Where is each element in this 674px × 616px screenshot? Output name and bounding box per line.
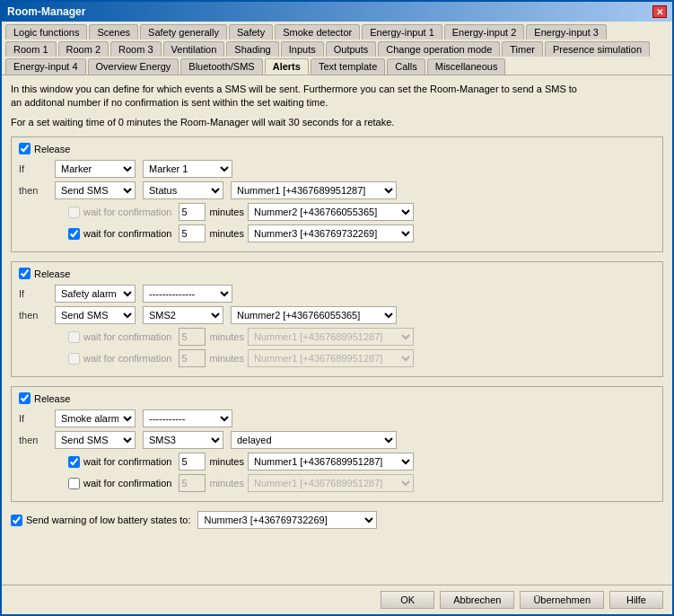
tab-logic-functions[interactable]: Logic functions (5, 24, 87, 40)
section3-wait1-value[interactable] (179, 453, 206, 471)
section2-wait1-row: wait for confirmation minutes Nummer1 [+… (19, 328, 655, 346)
battery-row: Send warning of low battery states to: N… (11, 511, 663, 529)
section3-then-row: then Send SMS SMS3 delayed (19, 431, 655, 449)
section3-release-checkbox[interactable] (19, 392, 31, 404)
tab-row-1: Logic functions Scenes Safety generally … (2, 24, 672, 40)
section2-release-checkbox[interactable] (19, 268, 31, 279)
window-title: Room-Manager (7, 5, 85, 18)
tab-text-template[interactable]: Text template (311, 58, 385, 75)
section1-wait1-number[interactable]: Nummer2 [+436766055365] (248, 203, 414, 221)
tab-safety-generally[interactable]: Safety generally (140, 24, 227, 40)
section1-then-select1[interactable]: Send SMS (55, 181, 136, 199)
footer: OK Abbrechen Übernehmen Hilfe (2, 585, 672, 614)
tab-ventilation[interactable]: Ventilation (163, 41, 225, 57)
tab-room-1[interactable]: Room 1 (5, 41, 57, 57)
section2-wait2-checkbox[interactable] (68, 353, 80, 365)
tab-change-operation-mode[interactable]: Change operation mode (378, 41, 500, 57)
section3-then-select2[interactable]: SMS3 (143, 431, 223, 449)
section2-then-select1[interactable]: Send SMS (55, 306, 136, 324)
tab-calls[interactable]: Calls (387, 58, 425, 75)
section3-wait2-label: wait for confirmation (68, 478, 171, 489)
apply-button[interactable]: Übernehmen (520, 591, 604, 609)
tabs-container: Logic functions Scenes Safety generally … (2, 22, 672, 75)
section-3: Release If Smoke alarm ----------- then … (11, 386, 663, 502)
tab-energy-input-1[interactable]: Energy-input 1 (362, 24, 442, 40)
section1-if-select1[interactable]: Marker (55, 160, 136, 178)
section3-if-select1[interactable]: Smoke alarm (55, 409, 136, 427)
section3-header: Release (19, 392, 655, 404)
section3-wait1-checkbox[interactable] (68, 456, 80, 468)
tab-shading[interactable]: Shading (226, 41, 278, 57)
tab-timer[interactable]: Timer (502, 41, 543, 57)
section2-if-label: If (19, 288, 55, 299)
desc-line1: In this window you can define for which … (11, 83, 663, 96)
battery-checkbox[interactable] (11, 515, 22, 526)
tab-energy-input-2[interactable]: Energy-input 2 (444, 24, 525, 40)
tab-smoke-detector[interactable]: Smoke detector (275, 24, 360, 40)
section2-wait1-label: wait for confirmation (68, 331, 171, 343)
tab-energy-input-3[interactable]: Energy-input 3 (526, 24, 607, 40)
section2-if-select1[interactable]: Safety alarm (55, 285, 136, 303)
section3-then-select1[interactable]: Send SMS (55, 431, 136, 449)
tab-alerts[interactable]: Alerts (265, 58, 309, 75)
section2-wait1-value (179, 328, 206, 346)
battery-label: Send warning of low battery states to: (26, 515, 190, 525)
section3-if-row: If Smoke alarm ----------- (19, 409, 655, 427)
tab-safety[interactable]: Safety (229, 24, 273, 40)
section1-if-select2[interactable]: Marker 1 (143, 160, 232, 178)
section1-wait2-checkbox[interactable] (68, 228, 80, 240)
section1-wait2-label: wait for confirmation (68, 228, 171, 240)
section1-header: Release (19, 143, 655, 154)
ok-button[interactable]: OK (381, 591, 434, 609)
section2-if-select2[interactable]: -------------- (143, 285, 232, 303)
tab-miscellaneous[interactable]: Miscellaneous (427, 58, 506, 75)
tab-presence-simulation[interactable]: Presence simulation (545, 41, 650, 57)
section1-wait1-row: wait for confirmation minutes Nummer2 [+… (19, 203, 655, 221)
section1-release-checkbox[interactable] (19, 143, 31, 154)
tab-outputs[interactable]: Outputs (326, 41, 377, 57)
section1-wait1-checkbox[interactable] (68, 207, 80, 218)
tab-overview-energy[interactable]: Overview Energy (88, 58, 179, 75)
section3-wait1-number[interactable]: Nummer1 [+4367689951287] (248, 453, 414, 471)
tab-bluetooth-sms[interactable]: Bluetooth/SMS (180, 58, 262, 75)
section1-then-select3[interactable]: Nummer1 [+4367689951287] (231, 181, 397, 199)
main-content: In this window you can define for which … (2, 75, 672, 585)
section1-wait1-value[interactable] (179, 203, 206, 221)
section-1: Release If Marker Marker 1 then Send SMS (11, 136, 663, 252)
section2-then-select2[interactable]: SMS2 (143, 306, 223, 324)
tab-energy-input-4[interactable]: Energy-input 4 (5, 58, 86, 75)
close-button[interactable]: ✕ (652, 5, 667, 18)
section3-wait1-label: wait for confirmation (68, 456, 171, 468)
section1-wait1-minutes: minutes (209, 207, 244, 217)
section3-release-label: Release (34, 393, 70, 404)
section1-wait2-minutes: minutes (209, 228, 244, 239)
section3-wait2-value (179, 474, 206, 492)
tab-scenes[interactable]: Scenes (89, 24, 138, 40)
section1-if-label: If (19, 163, 55, 174)
section1-wait2-value[interactable] (179, 224, 206, 242)
tab-row-2: Room 1 Room 2 Room 3 Ventilation Shading… (2, 41, 672, 57)
section3-then-select3[interactable]: delayed (231, 431, 397, 449)
section1-then-select2[interactable]: Status (143, 181, 223, 199)
section3-wait2-checkbox[interactable] (68, 478, 80, 489)
desc-line2: an additonal number if no confirmation i… (11, 96, 663, 110)
section3-if-select2[interactable]: ----------- (143, 409, 232, 427)
section2-wait1-number: Nummer1 [+4367689951287] (248, 328, 414, 346)
help-button[interactable]: Hilfe (609, 591, 663, 609)
section2-wait2-label: wait for confirmation (68, 353, 171, 365)
section2-wait2-minutes: minutes (209, 353, 244, 364)
cancel-button[interactable]: Abbrechen (440, 591, 514, 609)
battery-select[interactable]: Nummer3 [+436769732269] (197, 511, 377, 529)
section2-then-select3[interactable]: Nummer2 [+436766055365] (231, 306, 397, 324)
section3-wait2-number: Nummer1 [+4367689951287] (248, 474, 414, 492)
tab-room-3[interactable]: Room 3 (110, 41, 162, 57)
section1-wait2-number[interactable]: Nummer3 [+436769732269] (248, 224, 414, 242)
tab-room-2[interactable]: Room 2 (58, 41, 109, 57)
section2-wait1-minutes: minutes (209, 331, 244, 342)
section-2: Release If Safety alarm -------------- t… (11, 261, 663, 377)
room-manager-window: Room-Manager ✕ Logic functions Scenes Sa… (0, 0, 674, 616)
section2-wait1-checkbox[interactable] (68, 331, 80, 343)
desc-line4: For a set waiting time of 0 minutes the … (11, 116, 663, 129)
tab-inputs[interactable]: Inputs (281, 41, 324, 57)
section2-wait2-number: Nummer1 [+4367689951287] (248, 349, 414, 367)
